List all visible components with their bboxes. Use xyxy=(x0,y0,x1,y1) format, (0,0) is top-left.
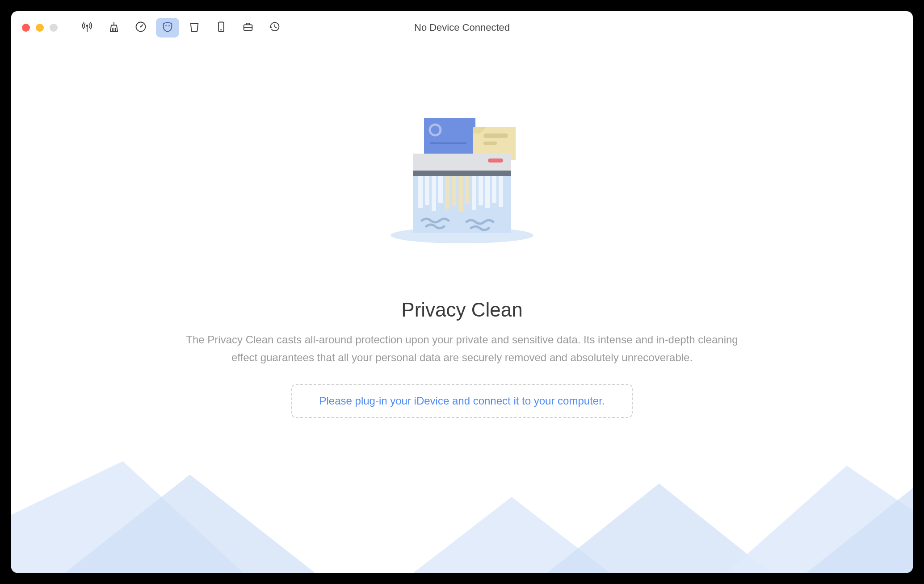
svg-point-7 xyxy=(165,25,167,26)
phone-icon xyxy=(215,21,227,35)
mountains-decoration xyxy=(11,461,913,573)
minimize-window-button[interactable] xyxy=(36,24,44,32)
svg-rect-27 xyxy=(438,176,443,203)
svg-rect-32 xyxy=(472,176,476,210)
toolbar-briefcase-button[interactable] xyxy=(236,18,260,38)
speed-icon xyxy=(134,21,147,35)
connect-device-prompt: Please plug-in your iDevice and connect … xyxy=(291,384,632,418)
window-title: No Device Connected xyxy=(414,22,510,33)
window-controls xyxy=(22,24,58,32)
brush-icon xyxy=(108,21,120,35)
trash-icon xyxy=(188,21,201,35)
toolbar-speed-button[interactable] xyxy=(129,18,152,38)
toolbar-clean-button[interactable] xyxy=(102,18,126,38)
svg-rect-28 xyxy=(445,176,449,209)
page-title: Privacy Clean xyxy=(401,299,522,321)
svg-rect-33 xyxy=(479,176,483,205)
svg-rect-14 xyxy=(424,118,475,156)
svg-rect-31 xyxy=(465,176,470,204)
close-window-button[interactable] xyxy=(22,24,30,32)
svg-rect-30 xyxy=(458,176,463,212)
svg-rect-29 xyxy=(452,176,456,206)
svg-rect-21 xyxy=(488,159,503,163)
svg-point-8 xyxy=(168,25,170,26)
briefcase-icon xyxy=(242,21,254,35)
svg-rect-34 xyxy=(485,176,490,208)
svg-point-6 xyxy=(140,26,141,27)
app-window: No Device Connected xyxy=(11,11,913,573)
toolbar-history-button[interactable] xyxy=(263,18,286,38)
maximize-window-button[interactable] xyxy=(50,24,58,32)
connect-device-prompt-text: Please plug-in your iDevice and connect … xyxy=(319,395,605,407)
svg-rect-26 xyxy=(432,176,436,211)
toolbar-trash-button[interactable] xyxy=(183,18,206,38)
svg-rect-35 xyxy=(492,176,496,203)
svg-rect-18 xyxy=(483,142,497,145)
toolbar xyxy=(76,18,286,38)
svg-rect-25 xyxy=(425,176,429,205)
page-description: The Privacy Clean casts all-around prote… xyxy=(172,331,752,366)
svg-rect-24 xyxy=(418,176,423,208)
toolbar-phone-button[interactable] xyxy=(210,18,233,38)
titlebar: No Device Connected xyxy=(11,11,913,44)
svg-rect-22 xyxy=(413,171,511,176)
toolbar-privacy-button[interactable] xyxy=(156,18,179,38)
svg-rect-17 xyxy=(483,133,508,138)
main-content: Privacy Clean The Privacy Clean casts al… xyxy=(11,44,913,573)
shredder-illustration xyxy=(373,111,551,245)
toolbar-broadcast-button[interactable] xyxy=(76,18,99,38)
broadcast-icon xyxy=(81,21,93,35)
history-icon xyxy=(269,21,281,35)
mask-icon xyxy=(161,21,174,35)
svg-rect-36 xyxy=(499,176,503,207)
